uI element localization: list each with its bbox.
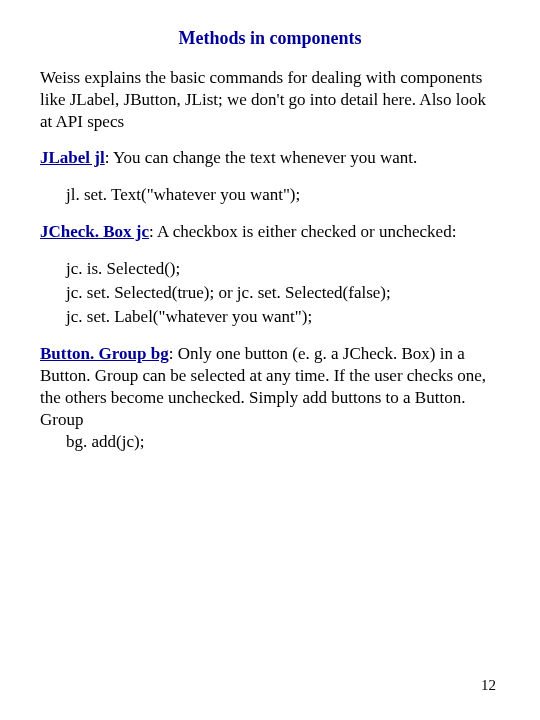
jcheckbox-code-block: jc. is. Selected(); jc. set. Selected(tr… bbox=[40, 257, 500, 328]
jcheckbox-heading: JCheck. Box jc bbox=[40, 222, 149, 241]
buttongroup-heading: Button. Group bg bbox=[40, 344, 169, 363]
jlabel-code: jl. set. Text("whatever you want"); bbox=[40, 183, 500, 207]
buttongroup-code: bg. add(jc); bbox=[40, 431, 500, 453]
jlabel-text: : You can change the text whenever you w… bbox=[105, 148, 418, 167]
jcheckbox-text: : A checkbox is either checked or unchec… bbox=[149, 222, 456, 241]
jcheckbox-code3: jc. set. Label("whatever you want"); bbox=[66, 305, 500, 329]
jlabel-paragraph: JLabel jl: You can change the text whene… bbox=[40, 147, 500, 169]
buttongroup-paragraph: Button. Group bg: Only one button (e. g.… bbox=[40, 343, 500, 453]
intro-paragraph: Weiss explains the basic commands for de… bbox=[40, 67, 500, 133]
jcheckbox-code2: jc. set. Selected(true); or jc. set. Sel… bbox=[66, 281, 500, 305]
page-number: 12 bbox=[481, 677, 496, 694]
slide-page: Methods in components Weiss explains the… bbox=[0, 0, 540, 453]
slide-title: Methods in components bbox=[40, 28, 500, 49]
jlabel-heading: JLabel jl bbox=[40, 148, 105, 167]
jcheckbox-paragraph: JCheck. Box jc: A checkbox is either che… bbox=[40, 221, 500, 243]
jcheckbox-code1: jc. is. Selected(); bbox=[66, 257, 500, 281]
